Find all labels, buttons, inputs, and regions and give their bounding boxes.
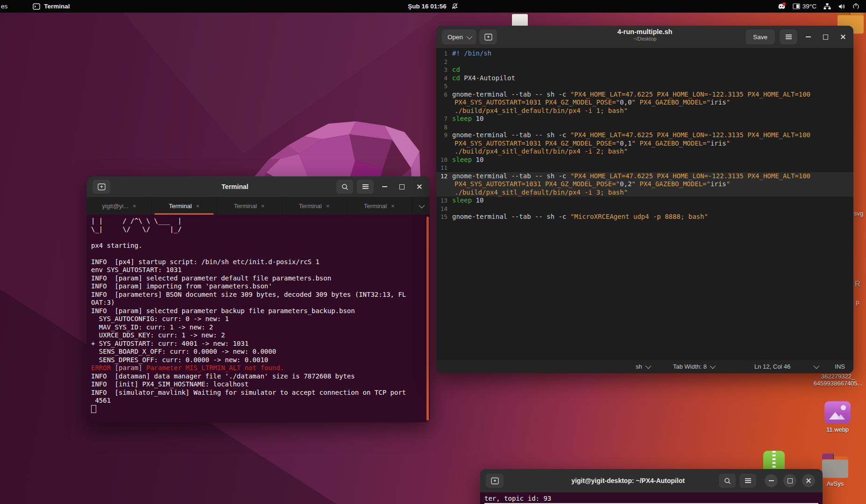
terminal-tab[interactable]: Terminal× (282, 197, 347, 215)
desktop-folder-avsys[interactable]: AvSys (820, 456, 850, 487)
system-monitor-tray-icon[interactable]: 39°C (793, 3, 816, 10)
clock-menu[interactable]: Şub 16 01:56 (408, 3, 458, 10)
new-document-button[interactable] (479, 29, 497, 44)
desktop-file-362279322[interactable]: 362279322_ 6459938667405... (813, 373, 863, 387)
terminal-cursor (91, 405, 96, 413)
terminal-text: UXRCE_DDS_KEY: curr: 1 -> new: 2 (91, 331, 225, 339)
menu-button[interactable] (357, 180, 374, 194)
terminal-output[interactable]: | | / /^\ \ \___ |\_| \/ \/ |_/px4 start… (87, 215, 430, 422)
minimize-button[interactable] (765, 474, 778, 487)
maximize-button[interactable] (399, 184, 405, 189)
editor-line: 8 (436, 123, 853, 132)
open-button[interactable]: Open (442, 29, 476, 44)
maximize-button[interactable] (783, 474, 796, 487)
terminal-tab[interactable]: Terminal× (152, 197, 217, 215)
terminal-tab[interactable]: yigit@yi...× (87, 197, 152, 215)
editor-line: 5 (436, 82, 853, 91)
line-number: 1 (436, 49, 451, 58)
code-text (453, 164, 853, 172)
close-button[interactable] (802, 474, 815, 487)
editor-line: 12gnome-terminal --tab -- sh -c "PX4_HOM… (436, 172, 853, 197)
terminal-line (91, 250, 430, 258)
editor-text-area[interactable]: 1#! /bin/sh23cd4cd PX4-Autopilot56gnome-… (436, 48, 853, 359)
new-tab-button[interactable] (486, 474, 504, 488)
line-number: 7 (436, 115, 451, 123)
line-number: 6 (436, 91, 451, 115)
network-tray-icon[interactable] (823, 3, 831, 10)
terminal-titlebar[interactable]: yigit@yigit-desktop: ~/PX4-Autopilot (480, 469, 823, 492)
tab-close-icon[interactable]: × (196, 203, 200, 210)
tab-label: yigit@yi... (102, 203, 129, 210)
terminal-titlebar[interactable]: Terminal (87, 176, 430, 197)
language-selector[interactable]: sh (636, 363, 650, 370)
save-button[interactable]: Save (745, 29, 775, 44)
menu-button[interactable] (739, 474, 756, 488)
system-tray[interactable]: 39°C (778, 3, 866, 10)
code-token: PX4-Autopilot (460, 74, 515, 82)
open-button-label: Open (447, 34, 463, 41)
tab-close-icon[interactable]: × (261, 203, 265, 210)
terminal-text: px4 starting. (91, 242, 142, 249)
terminal-tab[interactable]: Terminal× (217, 197, 282, 215)
maximize-button[interactable] (823, 35, 828, 40)
power-tray-icon[interactable] (852, 3, 859, 10)
code-token: gnome-terminal --tab -- sh -c (452, 91, 570, 98)
close-button[interactable] (417, 184, 422, 189)
chevron-down-icon[interactable] (814, 363, 820, 369)
file-label-line2: 6459938667405... (813, 380, 863, 387)
tab-close-icon[interactable]: × (133, 203, 136, 210)
minimize-button[interactable] (806, 36, 811, 37)
terminal-scrollbar[interactable] (426, 217, 429, 420)
editor-line: 6gnome-terminal --tab -- sh -c "PX4_HOME… (436, 91, 853, 115)
line-number: 10 (436, 156, 451, 164)
search-button[interactable] (719, 474, 736, 488)
code-token: 0,1 (620, 140, 632, 147)
code-token: cd (452, 66, 460, 73)
terminal-output[interactable]: ter, topic id: 93INFO [uxrce_dds_client]… (480, 492, 823, 504)
tab-close-icon[interactable]: × (326, 203, 330, 210)
line-number: 14 (436, 205, 451, 213)
code-token: " PX4_GAZEBO_MODEL=" (632, 98, 710, 106)
terminal-line: SENS_BOARD_X_OFF: curr: 0.0000 -> new: 0… (91, 348, 430, 356)
editor-line: 10sleep 10 (436, 156, 853, 164)
terminal-line: px4 starting. (91, 242, 430, 250)
code-token: 0,0 (620, 98, 632, 106)
tab-close-icon[interactable]: × (391, 203, 395, 210)
line-number: 3 (436, 66, 451, 74)
tab-width-selector[interactable]: Tab Width: 8 (673, 363, 714, 370)
search-button[interactable] (336, 180, 353, 194)
notification-badge (782, 2, 786, 6)
cursor-position[interactable]: Ln 12, Col 46 (754, 363, 790, 370)
editor-titlebar[interactable]: Open 4-run-multiple.sh ~/Desktop Save (436, 26, 853, 48)
editor-line: 11 (436, 164, 853, 172)
editor-line: 9gnome-terminal --tab -- sh -c "PX4_HOME… (436, 131, 853, 156)
tab-list-button[interactable] (412, 197, 430, 215)
code-text (453, 123, 853, 132)
image-file-icon (824, 401, 851, 424)
new-tab-icon (484, 34, 492, 41)
terminal-text: \_| \/ \/ |_/ (91, 225, 182, 233)
volume-tray-icon[interactable] (838, 3, 845, 10)
top-bar: es Terminal Şub 16 01:56 (0, 0, 866, 13)
new-tab-button[interactable] (92, 180, 110, 194)
terminal-line: + SYS_AUTOSTART: curr: 4001 -> new: 1031 (91, 340, 430, 348)
terminal-text: SENS_BOARD_X_OFF: curr: 0.0000 -> new: 0… (91, 348, 276, 355)
terminal-line (91, 405, 430, 414)
activities-partial-label[interactable]: es (1, 3, 7, 10)
save-button-label: Save (753, 34, 767, 41)
terminal-tab[interactable]: Terminal× (347, 197, 412, 215)
focused-app-menu[interactable]: Terminal (33, 3, 70, 10)
terminal-text: INFO [init] PX4_SIM_HOSTNAME: localhost (91, 380, 248, 388)
code-text: gnome-terminal --tab -- sh -c "PX4_HOME_… (453, 172, 853, 197)
line-number: 5 (436, 82, 451, 91)
minimize-button[interactable] (382, 186, 387, 187)
discord-tray-icon[interactable] (778, 3, 786, 10)
terminal-line: \_| \/ \/ |_/ (91, 225, 430, 234)
close-button[interactable] (840, 34, 846, 40)
menu-button[interactable] (780, 29, 797, 44)
desktop-image-11webp[interactable]: 11.webp (821, 401, 854, 433)
code-token: sleep (452, 115, 472, 122)
code-token: #! /bin/sh (452, 49, 491, 57)
code-token: " PX4_GAZEBO_MODEL=" (632, 180, 710, 188)
terminal-line: MAV_SYS_ID: curr: 1 -> new: 2 (91, 323, 430, 332)
